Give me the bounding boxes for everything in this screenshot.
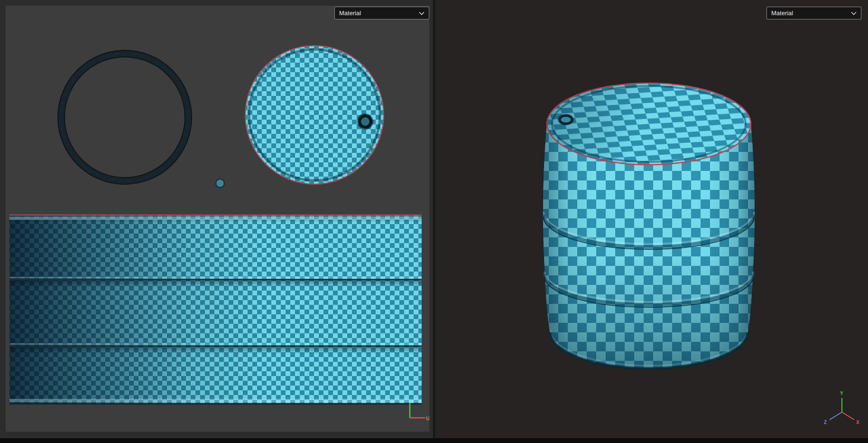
material-dropdown-right-value: Material <box>771 9 793 17</box>
z-axis-line <box>830 412 842 420</box>
barrel-mesh[interactable] <box>543 83 755 368</box>
uv-canvas[interactable]: U <box>6 6 429 432</box>
material-dropdown-left-value: Material <box>339 9 361 17</box>
uv-island-body[interactable] <box>9 215 422 405</box>
viewport-3d-svg: Y X Z <box>435 0 868 438</box>
uv-top-cap-bung-hole <box>358 114 373 129</box>
y-axis-label: Y <box>840 391 843 396</box>
z-axis-label: Z <box>824 420 827 425</box>
barrel-top-face <box>547 83 751 165</box>
uv-layout-svg: U <box>6 6 429 432</box>
uv-editor-panel: U Material <box>0 0 433 438</box>
application-window: U Material <box>0 0 868 443</box>
viewport-axis-gizmo: Y X Z <box>824 391 859 425</box>
material-dropdown-left[interactable]: Material <box>334 7 429 19</box>
uv-island-top-cap[interactable] <box>245 46 384 184</box>
uv-island-bottom-ring[interactable] <box>58 50 192 184</box>
u-axis-label: U <box>426 415 429 421</box>
window-bottom-edge <box>0 438 868 443</box>
x-axis-label: X <box>856 420 859 425</box>
uv-axis-gizmo: U <box>410 403 429 421</box>
uv-island-bung-cap[interactable] <box>216 179 224 188</box>
chevron-down-icon <box>851 11 857 15</box>
viewport-3d-panel[interactable]: Y X Z Material <box>435 0 868 438</box>
x-axis-line <box>842 412 854 420</box>
chevron-down-icon <box>419 11 425 15</box>
material-dropdown-right[interactable]: Material <box>766 7 861 19</box>
barrel-bung-hole <box>558 114 573 125</box>
